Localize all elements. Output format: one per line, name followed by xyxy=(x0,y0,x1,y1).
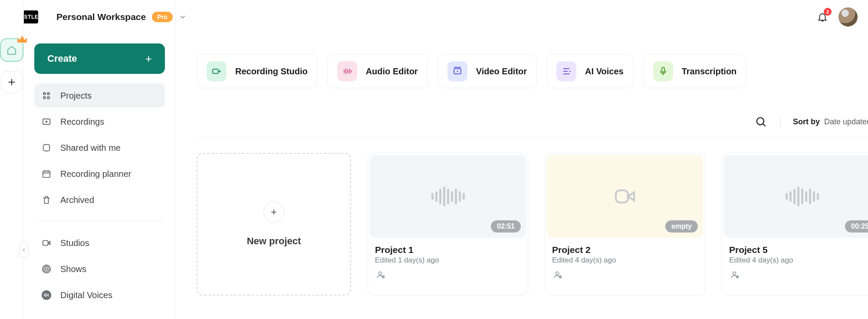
tool-recording-studio[interactable]: Recording Studio xyxy=(197,54,318,88)
svg-point-2 xyxy=(43,93,46,95)
project-card[interactable]: 00:25Project 5Edited 4 day(s) ago xyxy=(722,153,868,296)
create-button[interactable]: Create + xyxy=(34,43,165,74)
duration-badge: 02:51 xyxy=(491,220,521,233)
tool-label: Video Editor xyxy=(476,66,527,76)
svg-rect-5 xyxy=(47,96,49,99)
new-project-label: New project xyxy=(247,236,301,247)
share-project-button[interactable] xyxy=(368,269,528,286)
sidebar-item-recording-planner[interactable]: Recording planner xyxy=(34,162,165,186)
shows-icon xyxy=(41,264,52,274)
vertical-divider xyxy=(780,115,781,128)
tool-video-editor[interactable]: Video Editor xyxy=(437,54,537,88)
new-project-card[interactable]: + New project xyxy=(197,153,351,296)
sidebar-item-projects[interactable]: Projects xyxy=(34,83,165,108)
svg-point-34 xyxy=(569,71,571,72)
svg-rect-22 xyxy=(213,69,218,73)
svg-rect-43 xyxy=(616,190,628,203)
tool-label: AI Voices xyxy=(585,66,624,76)
sidebar-item-studios[interactable]: Studios xyxy=(34,231,165,255)
share-project-button[interactable] xyxy=(545,269,705,286)
waveform-icon xyxy=(786,186,819,206)
project-subtitle: Edited 1 day(s) ago xyxy=(368,256,528,269)
sidebar-item-label: Archived xyxy=(60,195,94,205)
plus-icon: + xyxy=(145,52,152,66)
svg-rect-4 xyxy=(43,96,46,99)
sidebar-item-label: Digital Voices xyxy=(60,290,112,300)
project-thumbnail: 00:25 xyxy=(724,155,868,238)
rail-new-button[interactable] xyxy=(1,71,23,93)
sidebar-item-digital-voices[interactable]: Digital Voices xyxy=(34,283,165,307)
project-card[interactable]: emptyProject 2Edited 4 day(s) ago xyxy=(545,153,705,296)
svg-point-17 xyxy=(42,290,51,300)
svg-point-37 xyxy=(757,118,764,125)
video-icon xyxy=(613,184,637,209)
wave-icon xyxy=(337,61,357,81)
trash-icon xyxy=(41,195,52,205)
tool-label: Recording Studio xyxy=(235,66,308,76)
ai-icon xyxy=(556,61,576,81)
svg-point-48 xyxy=(733,272,736,275)
sort-label: Sort by xyxy=(793,117,820,126)
camera-icon xyxy=(207,61,227,81)
sidebar-item-label: Shows xyxy=(60,264,86,274)
share-icon xyxy=(41,143,52,153)
sidebar-item-label: Recordings xyxy=(60,117,104,127)
studio-icon xyxy=(41,238,52,248)
tool-label: Transcription xyxy=(682,66,737,76)
project-card[interactable]: 02:51Project 1Edited 1 day(s) ago xyxy=(368,153,528,296)
sidebar-item-label: Recording planner xyxy=(60,169,131,179)
project-title: Project 2 xyxy=(545,239,705,256)
svg-line-38 xyxy=(763,124,766,126)
sidebar-item-shared-with-me[interactable]: Shared with me xyxy=(34,136,165,160)
svg-point-44 xyxy=(556,272,559,275)
sidebar-item-recordings[interactable]: Recordings xyxy=(34,110,165,134)
svg-point-14 xyxy=(45,268,48,270)
project-thumbnail: 02:51 xyxy=(370,155,526,238)
svg-rect-35 xyxy=(662,67,664,72)
sort-selector[interactable]: Sort by Date updated xyxy=(793,117,868,126)
project-title: Project 5 xyxy=(722,239,868,256)
project-subtitle: Edited 4 day(s) ago xyxy=(722,256,868,269)
left-rail xyxy=(0,0,24,319)
player-icon xyxy=(447,61,467,81)
svg-rect-8 xyxy=(43,145,50,151)
svg-rect-13 xyxy=(43,241,48,246)
create-label: Create xyxy=(47,53,77,64)
voices-icon xyxy=(41,290,52,300)
waveform-icon xyxy=(431,186,465,206)
rec-icon xyxy=(41,116,52,127)
project-thumbnail: empty xyxy=(547,155,703,238)
sidebar-item-label: Studios xyxy=(60,238,89,248)
tool-label: Audio Editor xyxy=(366,66,418,76)
svg-marker-29 xyxy=(457,70,459,72)
sidebar: Create + ProjectsRecordingsShared with m… xyxy=(24,0,176,319)
tool-transcription[interactable]: Transcription xyxy=(643,54,747,88)
tool-ai-voices[interactable]: AI Voices xyxy=(546,54,634,88)
sidebar-item-label: Shared with me xyxy=(60,143,121,153)
sidebar-item-shows[interactable]: Shows xyxy=(34,257,165,281)
svg-point-3 xyxy=(47,93,49,95)
sort-value: Date updated xyxy=(824,117,868,126)
search-button[interactable] xyxy=(753,114,768,129)
svg-point-15 xyxy=(44,266,49,272)
calendar-icon xyxy=(41,169,52,179)
svg-rect-9 xyxy=(43,171,50,178)
duration-badge: empty xyxy=(665,220,698,233)
tool-audio-editor[interactable]: Audio Editor xyxy=(327,54,428,88)
grid-icon xyxy=(41,90,52,101)
mic-icon xyxy=(653,61,673,81)
duration-badge: 00:25 xyxy=(845,220,868,233)
collapse-sidebar-button[interactable] xyxy=(19,243,29,257)
project-title: Project 1 xyxy=(368,239,528,256)
sidebar-item-archived[interactable]: Archived xyxy=(34,188,165,212)
share-project-button[interactable] xyxy=(722,269,868,286)
sidebar-divider xyxy=(34,221,165,221)
svg-point-39 xyxy=(379,272,382,275)
svg-marker-7 xyxy=(46,120,48,123)
plus-icon: + xyxy=(263,202,284,223)
main-content: Recording StudioAudio EditorVideo Editor… xyxy=(176,0,868,319)
rail-home-button[interactable] xyxy=(0,38,23,62)
project-subtitle: Edited 4 day(s) ago xyxy=(545,256,705,269)
sidebar-item-label: Projects xyxy=(60,91,92,101)
